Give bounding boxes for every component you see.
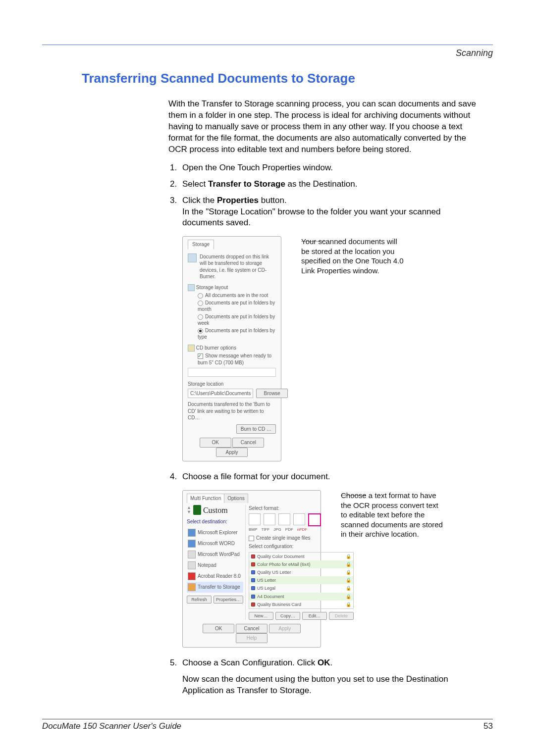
callout-format: Choose a text format to have the OCR pro…	[341, 491, 445, 539]
storage-layout-label: Storage layout	[188, 284, 276, 291]
storage-tab[interactable]: Storage	[188, 240, 214, 250]
radio-month[interactable]: Documents are put in folders by month	[198, 300, 277, 313]
cfg-biz-card[interactable]: Quality Business Card🔒	[249, 601, 353, 608]
lock-icon: 🔒	[346, 594, 351, 600]
cfg-us-letter[interactable]: US Letter🔒	[249, 576, 353, 584]
burn-note: Documents transferred to the 'Burn to CD…	[188, 401, 276, 421]
refresh-button[interactable]: Refresh	[187, 596, 212, 604]
help-button: Help	[236, 633, 268, 643]
intro-paragraph: With the Transfer to Storage scanning pr…	[168, 99, 483, 155]
copy-button[interactable]: Copy…	[275, 612, 300, 620]
lock-icon: 🔒	[346, 561, 351, 567]
footer-title: DocuMate 150 Scanner User's Guide	[42, 721, 181, 731]
properties-button[interactable]: Properties…	[214, 596, 243, 604]
dest-transfer-storage[interactable]: Transfer to Storage	[187, 582, 243, 593]
lock-icon: 🔒	[346, 569, 351, 575]
radio-root[interactable]: All documents are in the root	[198, 292, 277, 299]
lock-icon: 🔒	[346, 554, 351, 559]
step-2: Select Transfer to Storage as the Destin…	[179, 179, 483, 190]
check-show-message[interactable]: Show message when ready to burn 5" CD (7…	[198, 353, 277, 366]
empty-field	[188, 368, 276, 377]
dest-wordpad[interactable]: Microsoft WordPad	[187, 549, 243, 560]
apply-button-2: Apply	[269, 624, 301, 634]
cd-options-label: CD burner options	[188, 345, 276, 352]
tab-options[interactable]: Options	[224, 494, 248, 503]
dest-notepad[interactable]: Notepad	[187, 560, 243, 571]
dest-explorer[interactable]: Microsoft Explorer	[187, 527, 243, 538]
custom-header: ▲▼ Custom	[187, 505, 243, 516]
config-list: Quality Color Document🔒 Color Photo for …	[249, 552, 354, 609]
figure-onetouch-dialog: Multi FunctionOptions ▲▼ Custom Select d…	[182, 490, 483, 648]
storage-path-input[interactable]: C:\Users\Public\Documents	[188, 389, 253, 399]
dest-word[interactable]: Microsoft WORD	[187, 538, 243, 549]
cfg-label: Select configuration:	[249, 543, 354, 550]
figure-storage-dialog: Storage Documents dropped on this link w…	[182, 236, 483, 461]
chapter-label: Scanning	[42, 47, 493, 58]
fmt-jpg-icon[interactable]	[278, 513, 290, 525]
delete-button: Delete	[329, 612, 354, 620]
storage-location-label: Storage location	[188, 381, 276, 388]
step-1-text: Open the One Touch Properties window.	[182, 163, 333, 172]
after-paragraph: Now scan the document using the button y…	[182, 674, 483, 697]
cancel-button[interactable]: Cancel	[232, 438, 264, 448]
new-button[interactable]: New…	[249, 612, 273, 620]
fmt-tiff-icon[interactable]	[264, 513, 275, 525]
step-3-sub: In the "Storage Location" browse to the …	[182, 206, 483, 229]
edit-button[interactable]: Edit…	[302, 612, 327, 620]
cancel-button-2[interactable]: Cancel	[236, 624, 268, 634]
radio-week[interactable]: Documents are put in folders by week	[198, 313, 277, 327]
cfg-quality-us[interactable]: Quality US Letter🔒	[249, 568, 353, 576]
check-single-image[interactable]: Create single image files	[249, 535, 354, 542]
page-number: 53	[483, 721, 493, 731]
step-1: Open the One Touch Properties window.	[179, 162, 483, 174]
cfg-a4[interactable]: A4 Document🔒	[249, 593, 353, 601]
format-names: BMPTIFFJPGPDFnPDF	[249, 527, 354, 533]
format-label: Select format:	[249, 505, 354, 512]
callout-storage: Your scanned documents will be stored at…	[301, 237, 405, 275]
step-4: Choose a file format for your document. …	[179, 471, 483, 648]
section-heading: Transferring Scanned Documents to Storag…	[82, 71, 493, 86]
browse-button[interactable]: Browse	[256, 389, 288, 399]
lock-icon: 🔒	[346, 585, 351, 591]
dest-acrobat[interactable]: Acrobat Reader 8.0	[187, 571, 243, 582]
cfg-us-legal[interactable]: US Legal🔒	[249, 584, 353, 592]
ok-button-2[interactable]: OK	[203, 624, 234, 634]
cfg-quality-color[interactable]: Quality Color Document🔒	[249, 553, 353, 560]
lock-icon: 🔒	[346, 577, 351, 583]
lock-icon: 🔒	[346, 602, 351, 607]
fmt-bmp-icon[interactable]	[249, 513, 261, 525]
burn-to-cd-button[interactable]: Burn to CD …	[236, 424, 276, 434]
apply-button[interactable]: Apply	[216, 448, 248, 457]
tab-multifunction[interactable]: Multi Function	[187, 494, 224, 503]
cfg-color-photo[interactable]: Color Photo for eMail (6x4)🔒	[249, 560, 353, 568]
top-rule	[42, 45, 493, 45]
step-3: Click the Properties button. In the "Sto…	[179, 195, 483, 462]
custom-icon	[193, 505, 201, 515]
radio-type[interactable]: Documents are put in folders by type	[198, 327, 277, 341]
ok-button[interactable]: OK	[200, 438, 231, 448]
drive-icon	[188, 253, 197, 262]
fmt-pdf-icon[interactable]	[293, 513, 305, 525]
step-5: Choose a Scan Configuration. Click OK.	[179, 657, 483, 669]
dest-label: Select destination:	[187, 518, 243, 525]
fmt-npdf-icon[interactable]	[308, 513, 321, 526]
